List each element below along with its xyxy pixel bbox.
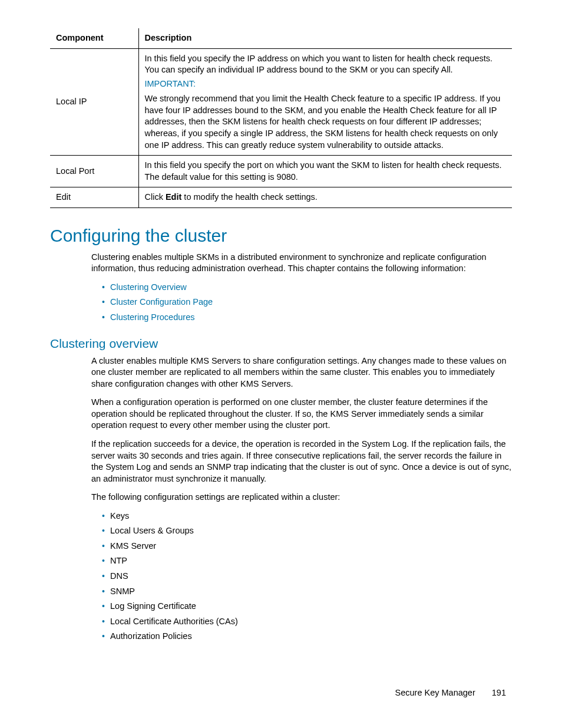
list-item: Cluster Configuration Page: [102, 297, 512, 308]
list-item: KMS Server: [102, 541, 512, 552]
component-table: Component Description Local IP In this f…: [50, 28, 512, 208]
replicated-list: Keys Local Users & Groups KMS Server NTP…: [91, 510, 512, 643]
paragraph: The following configuration settings are…: [91, 492, 512, 503]
table-header-row: Component Description: [50, 28, 512, 48]
table-row: Edit Click Edit to modify the health che…: [50, 187, 512, 208]
cell-description: In this field you specify the port on wh…: [138, 156, 512, 187]
list-item: Local Users & Groups: [102, 525, 512, 537]
section-intro: Clustering enables multiple SKMs in a di…: [91, 252, 512, 275]
page-number: 191: [492, 688, 506, 697]
cell-description: In this field you specify the IP address…: [138, 48, 512, 156]
list-item: SNMP: [102, 586, 512, 598]
list-item: Authorization Policies: [102, 631, 512, 643]
section-heading: Configuring the cluster: [50, 226, 512, 246]
cell-component: Edit: [50, 187, 138, 208]
table-row: Local IP In this field you specify the I…: [50, 48, 512, 156]
doc-title: Secure Key Manager: [395, 688, 475, 697]
cell-component: Local Port: [50, 156, 138, 187]
list-item: Keys: [102, 510, 512, 522]
paragraph: If the replication succeeds for a device…: [91, 439, 512, 485]
desc-intro: In this field you specify the IP address…: [145, 53, 507, 76]
list-item: DNS: [102, 571, 512, 582]
th-description: Description: [138, 28, 512, 48]
subsection-heading: Clustering overview: [50, 337, 512, 351]
list-item: Local Certificate Authorities (CAs): [102, 616, 512, 628]
desc-bold: Edit: [166, 192, 181, 202]
paragraph: When a configuration operation is perfor…: [91, 397, 512, 431]
desc-suffix: to modify the health check settings.: [181, 192, 318, 202]
list-item: Clustering Procedures: [102, 312, 512, 324]
table-row: Local Port In this field you specify the…: [50, 156, 512, 187]
list-item: Clustering Overview: [102, 282, 512, 294]
important-label: IMPORTANT:: [145, 78, 507, 90]
desc-important: We strongly recommend that you limit the…: [145, 93, 507, 151]
th-component: Component: [50, 28, 138, 48]
list-item: Log Signing Certificate: [102, 601, 512, 612]
paragraph: A cluster enables multiple KMS Servers t…: [91, 355, 512, 390]
cell-description: Click Edit to modify the health check se…: [138, 187, 512, 208]
list-item: NTP: [102, 555, 512, 567]
desc-prefix: Click: [145, 192, 166, 202]
cell-component: Local IP: [50, 48, 138, 156]
link-clustering-procedures[interactable]: Clustering Procedures: [110, 312, 194, 322]
link-clustering-overview[interactable]: Clustering Overview: [110, 282, 187, 292]
link-list: Clustering Overview Cluster Configuratio…: [91, 282, 512, 324]
page-footer: Secure Key Manager 191: [395, 688, 506, 697]
link-cluster-config-page[interactable]: Cluster Configuration Page: [110, 297, 213, 307]
